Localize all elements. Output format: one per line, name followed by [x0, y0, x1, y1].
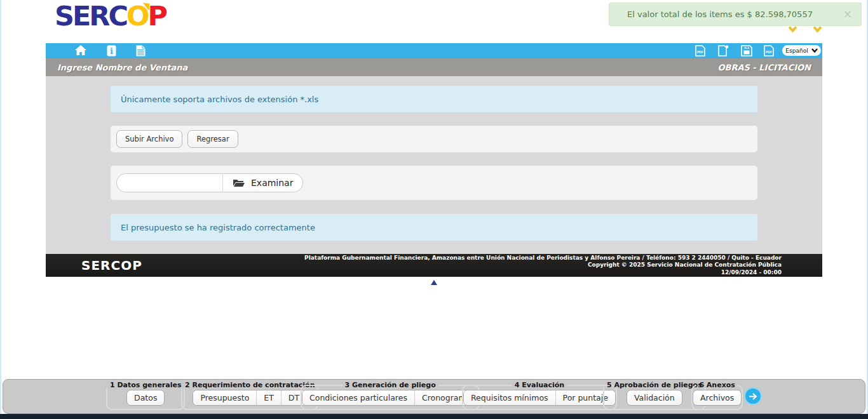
logo-text-p: P	[148, 0, 166, 32]
home-icon[interactable]	[75, 45, 86, 55]
wizard-group-label: 1 Datos generales	[107, 381, 184, 389]
chevron-down-icon	[788, 23, 797, 35]
module-title: OBRAS - LICITACION	[717, 63, 811, 72]
chevron-down-icon	[811, 48, 818, 53]
wizard-button-presupuesto[interactable]: Presupuesto	[193, 390, 256, 405]
file-path-input[interactable]	[116, 173, 223, 192]
file-combo: Examinar	[116, 173, 303, 192]
footer-date-line: 12/09/2024 - 00:00	[304, 269, 782, 277]
footer-text: Plataforma Gubernamental Financiera, Ama…	[304, 255, 822, 277]
alert-success-text: El presupuesto se ha registrado correcta…	[121, 223, 315, 232]
footer-copyright-line: Copyright © 2025 Servicio Nacional de Co…	[304, 262, 782, 269]
window-title: Ingrese Nombre de Ventana	[57, 63, 187, 72]
sercop-logo: SERCOP	[55, 1, 166, 30]
svg-text:i: i	[110, 46, 113, 56]
wizard-group-anexos: 6 Anexos Archivos	[691, 381, 743, 410]
wizard-button-et[interactable]: ET	[256, 390, 281, 405]
alert-xls-extension: Únicamente soporta archivos de extensión…	[111, 86, 757, 112]
info-icon[interactable]: i	[107, 45, 116, 57]
logo-text-c: C	[108, 0, 126, 32]
language-select[interactable]: Español	[782, 45, 821, 56]
content-area: Únicamente soporta archivos de extensión…	[46, 76, 822, 254]
svg-text:XLS: XLS	[744, 46, 749, 50]
hidden-chevrons	[788, 23, 822, 35]
page: SERCOP El valor total de los items es $ …	[0, 0, 868, 419]
logo-text-o: O	[126, 0, 148, 32]
new-document-icon[interactable]	[718, 45, 729, 57]
close-icon[interactable]: ×	[843, 9, 852, 20]
svg-text:PDF: PDF	[766, 50, 772, 54]
wizard-group-generacion-pliego: 3 Generación de pliego Condiciones parti…	[301, 381, 480, 410]
notification-toast: El valor total de los items es $ 82.598,…	[609, 3, 862, 26]
svg-text:PDF: PDF	[697, 50, 703, 54]
next-step-button[interactable]	[744, 387, 762, 405]
logo-text-ser: SER	[55, 0, 108, 32]
footer-address-line: Plataforma Gubernamental Financiera, Ama…	[304, 255, 782, 262]
wizard-group-label: 3 Generación de pliego	[342, 381, 438, 389]
browse-button[interactable]: Examinar	[223, 173, 303, 192]
bottom-strip	[0, 414, 868, 419]
window-left-border	[0, 0, 1, 414]
language-selected: Español	[785, 48, 808, 54]
wizard-group-label: 6 Anexos	[696, 381, 738, 389]
alert-xls-text: Únicamente soporta archivos de extensión…	[121, 95, 318, 104]
wizard-button-archivos[interactable]: Archivos	[693, 390, 742, 406]
alert-budget-success: El presupuesto se ha registrado correcta…	[111, 214, 757, 241]
browse-label: Examinar	[251, 178, 293, 188]
wizard-group-evaluacion: 4 Evaluación Requisitos mínimos Por punt…	[462, 381, 617, 410]
save-xls-icon[interactable]: XLS	[741, 45, 752, 57]
wizard-button-requisitos-minimos[interactable]: Requisitos mínimos	[464, 390, 555, 405]
wizard-group-label: 5 Aprobación de pliegos	[604, 381, 705, 389]
wizard-group-aprobacion-pliegos: 5 Aprobación de pliegos Validación	[603, 381, 706, 410]
toolbar: i PDF XLS PDF Español	[46, 43, 822, 58]
wizard-button-datos[interactable]: Datos	[126, 390, 165, 406]
footer-sercop-logo: SERCOP	[81, 258, 142, 273]
scroll-top-arrow[interactable]	[431, 280, 437, 285]
notification-text: El valor total de los items es $ 82.598,…	[627, 10, 813, 19]
document-icon[interactable]	[136, 45, 146, 57]
arrow-right-icon	[749, 393, 757, 400]
wizard-group-datos-generales: 1 Datos generales Datos	[106, 381, 185, 410]
upload-file-button[interactable]: Subir Archivo	[116, 130, 182, 148]
pdf-icon[interactable]: PDF	[764, 45, 774, 57]
window-title-bar: Ingrese Nombre de Ventana OBRAS - LICITA…	[46, 58, 822, 76]
wizard-bar: 1 Datos generales Datos 2 Requerimiento …	[3, 379, 865, 414]
wizard-button-condiciones-particulares[interactable]: Condiciones particulares	[302, 390, 414, 405]
folder-icon	[233, 178, 245, 187]
wizard-group-label: 4 Evaluación	[512, 381, 567, 389]
actions-panel: Subir Archivo Regresar	[111, 126, 757, 152]
wizard-button-validacion[interactable]: Validación	[627, 390, 682, 406]
file-select-panel: Examinar	[111, 166, 757, 200]
chevron-down-icon	[813, 23, 822, 35]
back-button[interactable]: Regresar	[187, 130, 238, 148]
footer: SERCOP Plataforma Gubernamental Financie…	[46, 254, 822, 277]
pdf-icon[interactable]: PDF	[695, 45, 705, 57]
wizard-group-requerimiento: 2 Requerimiento de contratación Presupue…	[181, 381, 318, 410]
wizard-group-label: 2 Requerimiento de contratación	[182, 381, 317, 389]
